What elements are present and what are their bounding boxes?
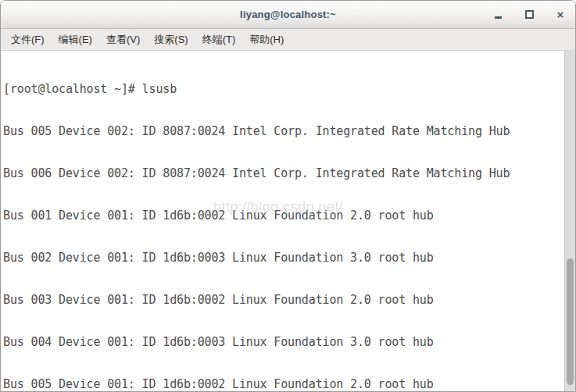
terminal-line: Bus 006 Device 002: ID 8087:0024 Intel C… (3, 166, 564, 180)
menu-terminal[interactable]: 终端(T) (195, 30, 243, 50)
minimize-button[interactable] (488, 5, 508, 25)
terminal-pane: [root@localhost ~]# lsusb Bus 005 Device… (1, 51, 575, 391)
window-controls: × (477, 1, 571, 28)
titlebar[interactable]: liyang@localhost:~ × (1, 1, 575, 29)
menu-file[interactable]: 文件(F) (4, 30, 52, 50)
terminal-line: Bus 005 Device 001: ID 1d6b:0002 Linux F… (3, 377, 564, 391)
scrollbar[interactable] (564, 51, 575, 391)
menu-edit[interactable]: 编辑(E) (52, 30, 99, 50)
terminal-line: Bus 005 Device 002: ID 8087:0024 Intel C… (3, 124, 564, 138)
menubar: 文件(F) 编辑(E) 查看(V) 搜索(S) 终端(T) 帮助(H) (1, 29, 575, 51)
menu-help[interactable]: 帮助(H) (242, 30, 291, 50)
terminal-line: Bus 002 Device 001: ID 1d6b:0003 Linux F… (3, 251, 564, 265)
menu-search[interactable]: 搜索(S) (147, 30, 195, 50)
maximize-button[interactable] (519, 5, 539, 25)
scrollbar-thumb[interactable] (567, 258, 574, 385)
screen: liyang@localhost:~ × 文件(F) 编辑(E) 查看(V) 搜… (0, 0, 576, 392)
terminal-window: liyang@localhost:~ × 文件(F) 编辑(E) 查看(V) 搜… (0, 0, 576, 392)
terminal-line: Bus 003 Device 001: ID 1d6b:0002 Linux F… (3, 293, 564, 307)
maximize-icon (525, 10, 534, 19)
terminal-line: Bus 001 Device 001: ID 1d6b:0002 Linux F… (3, 208, 564, 223)
minimize-icon (495, 16, 502, 19)
terminal-output[interactable]: [root@localhost ~]# lsusb Bus 005 Device… (1, 51, 564, 391)
window-title: liyang@localhost:~ (240, 9, 336, 20)
close-button[interactable]: × (550, 5, 571, 25)
menu-view[interactable]: 查看(V) (99, 30, 147, 50)
close-icon: × (557, 9, 564, 20)
terminal-line: [root@localhost ~]# lsusb (3, 82, 564, 96)
terminal-line: Bus 004 Device 001: ID 1d6b:0003 Linux F… (3, 335, 564, 349)
